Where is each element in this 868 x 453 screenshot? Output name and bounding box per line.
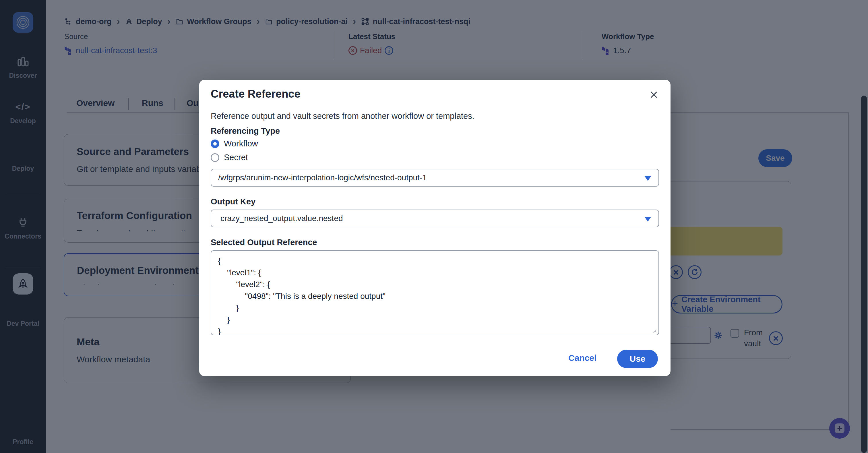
resize-handle-icon[interactable] xyxy=(652,328,657,333)
selected-output-reference-label: Selected Output Reference xyxy=(211,238,317,247)
radio-option-secret[interactable]: Secret xyxy=(211,153,248,162)
dropdown-value: /wfgrps/arunim-new-interpolation-logic/w… xyxy=(218,173,427,182)
modal-title: Create Reference xyxy=(211,88,301,100)
create-reference-modal: Create Reference Reference output and va… xyxy=(199,80,671,376)
chevron-down-icon xyxy=(645,176,651,181)
selected-output-reference-textarea[interactable]: { "level1": { "level2": { "0498": "This … xyxy=(211,250,659,335)
radio-option-workflow[interactable]: Workflow xyxy=(211,139,258,148)
close-icon xyxy=(649,90,659,100)
referencing-type-label: Referencing Type xyxy=(211,126,280,136)
dropdown-value: crazy_nested_output.value.nested xyxy=(220,214,343,223)
radio-label: Workflow xyxy=(224,139,258,148)
app-screen: Discover </> Develop Deploy xyxy=(0,0,868,453)
radio-selected-icon xyxy=(211,140,219,148)
use-button[interactable]: Use xyxy=(617,350,658,368)
radio-unselected-icon xyxy=(211,153,219,162)
radio-label: Secret xyxy=(224,153,248,162)
output-key-label: Output Key xyxy=(211,197,255,206)
output-key-dropdown[interactable]: crazy_nested_output.value.nested xyxy=(211,210,659,228)
workflow-select-dropdown[interactable]: /wfgrps/arunim-new-interpolation-logic/w… xyxy=(211,169,659,187)
modal-close-button[interactable] xyxy=(648,89,660,100)
cancel-button[interactable]: Cancel xyxy=(568,353,596,363)
modal-subtitle: Reference output and vault secrets from … xyxy=(211,111,474,121)
chevron-down-icon xyxy=(645,217,651,222)
